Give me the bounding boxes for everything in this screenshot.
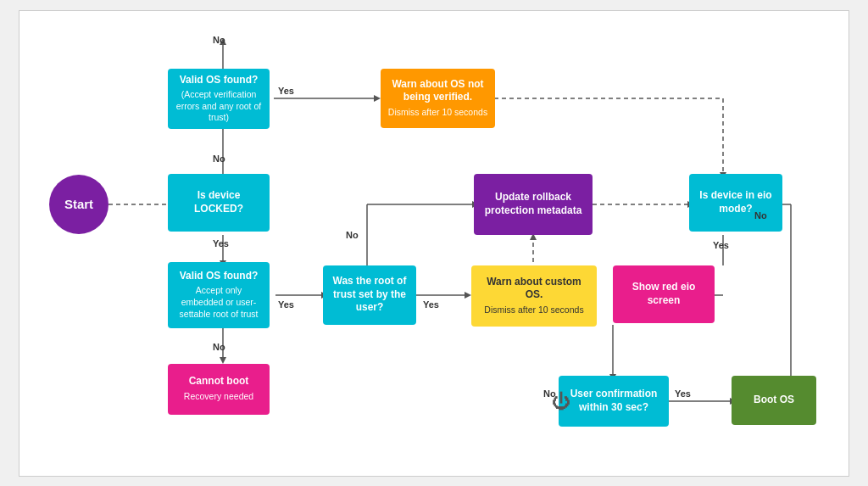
locked-node: Is device LOCKED?	[168, 174, 270, 232]
label-no-6: No	[543, 388, 556, 399]
label-no-4: No	[346, 230, 359, 240]
warn-custom-node: Warn about custom OS. Dismiss after 10 s…	[471, 265, 597, 327]
root-trust-node: Was the root of trust set by the user?	[323, 265, 416, 325]
svg-marker-35	[220, 357, 226, 364]
label-yes-5: Yes	[713, 240, 729, 250]
label-yes-6: Yes	[675, 388, 691, 399]
svg-marker-5	[374, 95, 381, 102]
svg-marker-16	[465, 292, 471, 299]
cannot-boot-node: Cannot boot Recovery needed	[168, 364, 270, 415]
label-no-3: No	[213, 342, 225, 352]
label-yes-3: Yes	[278, 299, 294, 310]
label-yes-1: Yes	[278, 86, 294, 96]
warn-os-node: Warn about OS not being verified. Dismis…	[381, 69, 495, 128]
valid-os-1-node: Valid OS found? (Accept verification err…	[168, 69, 270, 130]
boot-os-node: Boot OS	[732, 376, 816, 425]
label-no-2: No	[213, 154, 225, 164]
valid-os-2-node: Valid OS found? Accept only embedded or …	[168, 262, 270, 328]
label-yes-2: Yes	[213, 238, 229, 249]
user-confirm-node: User confirmation within 30 sec?	[559, 376, 669, 427]
diagram-container: Start Valid OS found? (Accept verificati…	[19, 10, 849, 477]
eio-mode-node: Is device in eio mode?	[689, 174, 782, 232]
red-eio-node: Show red eio screen	[613, 265, 715, 323]
label-yes-4: Yes	[423, 299, 439, 310]
rollback-node: Update rollback protection metadata	[474, 174, 593, 235]
label-no-1: No	[213, 35, 225, 45]
label-no-5: No	[754, 210, 767, 221]
start-node: Start	[49, 175, 108, 234]
